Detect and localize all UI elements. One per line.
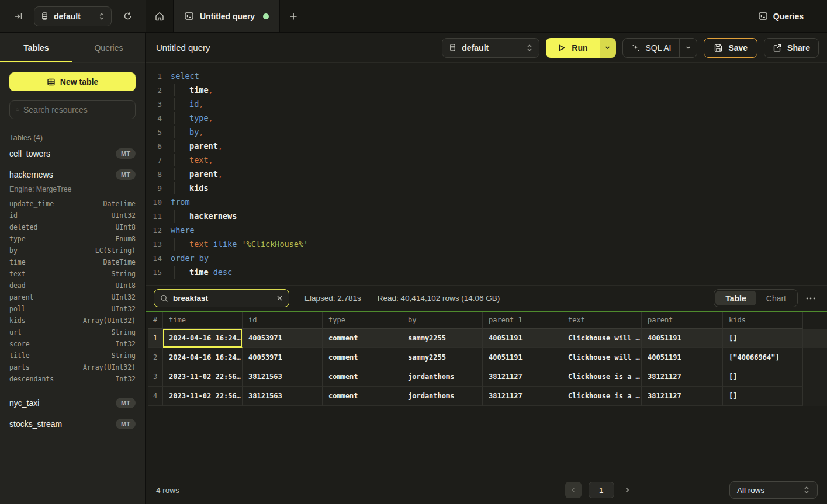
column-row[interactable]: descendantsInt32 [9,373,136,385]
table-item-nyc-taxi[interactable]: nyc_taxi MT [9,393,136,412]
table-cell[interactable]: 38121127 [642,367,723,387]
editor-line[interactable]: 7text, [146,153,827,167]
sql-ai-options-button[interactable] [679,39,697,57]
page-number-input[interactable] [589,482,614,498]
editor-line[interactable]: 6parent, [146,139,827,153]
editor-line[interactable]: 1select [146,69,827,83]
run-options-button[interactable] [600,38,616,58]
results-search-input[interactable] [173,294,272,303]
table-cell[interactable]: 40051191 [483,348,562,367]
table-cell[interactable]: 38121127 [642,387,723,406]
column-row[interactable]: textString [9,268,136,280]
table-row[interactable]: 32023-11-02 22:56…38121563commentjordant… [148,367,827,387]
column-row[interactable]: partsArray(UInt32) [9,362,136,373]
table-cell[interactable]: 40051191 [642,329,723,348]
column-row[interactable]: titleString [9,350,136,362]
table-cell[interactable]: [] [723,329,803,348]
sql-ai-button[interactable]: SQL AI [623,39,680,57]
table-cell[interactable]: sammy2255 [402,329,483,348]
column-header[interactable]: id [243,312,323,329]
column-row[interactable]: kidsArray(UInt32) [9,315,136,326]
column-header[interactable]: # [148,312,163,329]
editor-line[interactable]: 4type, [146,111,827,125]
column-header[interactable]: time [163,312,243,329]
home-tab[interactable] [146,0,173,32]
table-cell[interactable]: 2023-11-02 22:56… [163,387,243,406]
editor-line[interactable]: 14order by [146,251,827,265]
editor-line[interactable]: 11hackernews [146,209,827,223]
column-row[interactable]: deadUInt8 [9,280,136,291]
sidebar-tab-queries[interactable]: Queries [72,33,145,62]
column-row[interactable]: update_timeDateTime [9,198,136,210]
column-row[interactable]: pollUInt32 [9,303,136,315]
table-cell[interactable]: [] [723,387,803,406]
table-cell[interactable]: Clickhouse is a … [562,387,642,406]
sql-editor[interactable]: 1select2time,3id,4type,5by,6parent,7text… [146,63,827,285]
column-header[interactable]: text [562,312,642,329]
results-more-button[interactable] [802,290,819,307]
column-header[interactable]: kids [723,312,803,329]
table-row[interactable]: 42023-11-02 22:56…38121563commentjordant… [148,387,827,406]
column-header[interactable]: parent_1 [483,312,562,329]
table-cell[interactable]: jordanthoms [402,367,483,387]
next-page-button[interactable] [621,482,633,498]
queries-button[interactable]: Queries [758,11,804,21]
column-row[interactable]: parentUInt32 [9,291,136,303]
table-cell[interactable]: 40051191 [642,348,723,367]
table-cell[interactable]: 38121563 [243,387,323,406]
save-button[interactable]: Save [704,38,757,58]
page-size-selector[interactable]: All rows [729,481,818,499]
column-row[interactable]: typeEnum8 [9,233,136,245]
table-cell[interactable]: ["40066964"] [723,348,803,367]
table-cell[interactable]: Clickhouse will … [562,348,642,367]
table-cell[interactable]: 40053971 [243,329,323,348]
column-row[interactable]: byLC(String) [9,245,136,256]
query-database-selector[interactable]: default [442,38,539,58]
view-toggle-table[interactable]: Table [715,291,756,305]
editor-line[interactable]: 2time, [146,83,827,97]
editor-line[interactable]: 10from [146,195,827,209]
table-cell[interactable]: Clickhouse is a … [562,367,642,387]
view-toggle-chart[interactable]: Chart [756,291,796,305]
resource-search-input[interactable] [23,105,129,114]
refresh-button[interactable] [119,8,136,25]
table-cell[interactable]: comment [323,367,402,387]
table-cell[interactable]: 38121563 [243,367,323,387]
run-button[interactable]: Run [546,38,599,58]
column-header[interactable]: by [402,312,483,329]
table-cell[interactable]: 2023-11-02 22:56… [163,367,243,387]
table-item-cell-towers[interactable]: cell_towers MT [9,144,136,163]
table-item-hackernews[interactable]: hackernews MT [9,165,136,184]
table-cell[interactable]: [] [723,367,803,387]
editor-line[interactable]: 9kids [146,181,827,195]
column-row[interactable]: urlString [9,326,136,338]
table-cell[interactable]: 40053971 [243,348,323,367]
editor-line[interactable]: 13text ilike '%ClickHouse%' [146,237,827,251]
table-cell[interactable]: 38121127 [483,367,562,387]
sidebar-tab-tables[interactable]: Tables [0,33,72,62]
table-cell[interactable]: 40051191 [483,329,562,348]
table-cell[interactable]: comment [323,329,402,348]
editor-line[interactable]: 3id, [146,97,827,111]
new-table-button[interactable]: New table [9,72,136,91]
table-cell[interactable]: Clickhouse will … [562,329,642,348]
editor-line[interactable]: 12where [146,223,827,237]
table-cell[interactable]: comment [323,387,402,406]
editor-line[interactable]: 15time desc [146,265,827,279]
table-cell[interactable]: comment [323,348,402,367]
tab-untitled-query[interactable]: Untitled query [173,0,280,32]
column-header[interactable]: type [323,312,402,329]
column-header[interactable]: parent [642,312,723,329]
column-row[interactable]: idUInt32 [9,210,136,221]
prev-page-button[interactable] [565,482,582,498]
share-button[interactable]: Share [764,38,819,58]
table-cell[interactable]: 2024-04-16 16:24… [163,329,243,348]
database-selector[interactable]: default [34,6,112,26]
table-row[interactable]: 22024-04-16 16:24…40053971commentsammy22… [148,348,827,367]
table-cell[interactable]: 38121127 [483,387,562,406]
table-cell[interactable]: jordanthoms [402,387,483,406]
column-row[interactable]: deletedUInt8 [9,221,136,233]
table-cell[interactable]: 2024-04-16 16:24… [163,348,243,367]
table-item-stocks-stream[interactable]: stocks_stream MT [9,414,136,433]
table-cell[interactable]: sammy2255 [402,348,483,367]
